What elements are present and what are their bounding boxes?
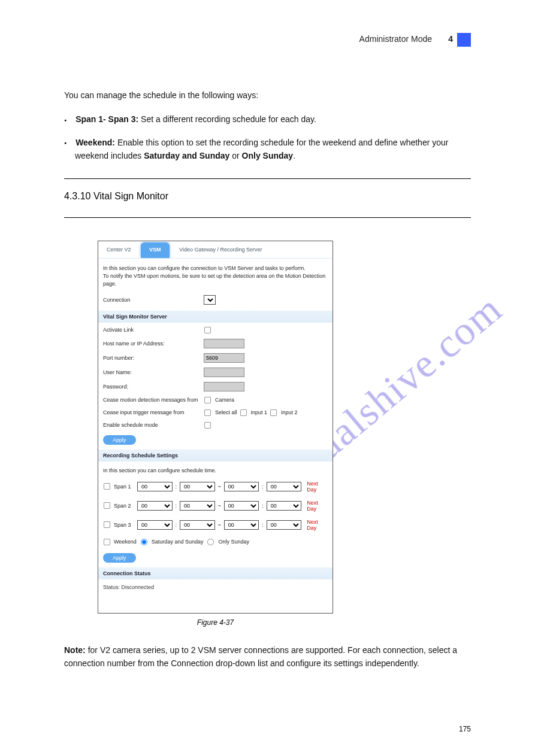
weekend-radio-only-sun[interactable]: [207, 539, 214, 545]
bullet-list: Span 1- Span 3: Set a different recordin…: [64, 113, 471, 162]
chapter-number: 4: [448, 34, 453, 44]
span2-row: Span 2 00 : 00 ~ 00 : 00 Next Day: [98, 496, 333, 515]
weekend-radio-sat-sun[interactable]: [141, 539, 147, 545]
cease-input-row: Cease input trigger message from Select …: [98, 406, 333, 419]
camera-label: Camera: [215, 397, 234, 403]
list-item-body: Enable this option to set the recording …: [75, 138, 448, 160]
host-input[interactable]: [204, 339, 244, 348]
page-number: 175: [459, 725, 471, 733]
username-label: User Name:: [103, 369, 204, 375]
weekend-row: Weekend Saturday and Sunday Only Sunday: [98, 535, 333, 549]
document-page: manualshive.com 4 Administrator Mode You…: [0, 0, 535, 756]
password-row: Password:: [98, 379, 333, 394]
section-heading: 4.3.10 Vital Sign Monitor: [64, 191, 471, 202]
port-input[interactable]: [204, 353, 244, 363]
enable-schedule-row: Enable schedule mode: [98, 419, 333, 432]
span1-hour-end[interactable]: 00: [224, 482, 259, 491]
input2-label: Input 2: [281, 409, 298, 415]
span3-checkbox[interactable]: [104, 521, 110, 528]
span3-label: Span 3: [114, 522, 131, 528]
tilde-sep: ~: [218, 503, 221, 509]
span3-hour-start[interactable]: 00: [137, 520, 173, 530]
weekend-checkbox[interactable]: [104, 539, 110, 545]
section-vsm-server: Vital Sign Monitor Server: [98, 311, 333, 323]
next-day-label: Next Day: [307, 500, 328, 512]
port-row: Port number:: [98, 351, 333, 365]
divider: [64, 178, 471, 179]
span2-min-end[interactable]: 00: [267, 501, 302, 511]
tab-strip: Center V2 VSM Video Gateway / Recording …: [98, 241, 333, 259]
span3-hour-end[interactable]: 00: [224, 520, 259, 530]
panel-intro-line: In this section you can configure the co…: [103, 265, 328, 272]
status-text: Status: Disconnected: [98, 581, 333, 591]
select-all-label: Select all: [215, 409, 237, 415]
password-label: Password:: [103, 384, 204, 390]
tab-vsm[interactable]: VSM: [141, 242, 170, 257]
weekend-label: Weekend: [114, 539, 137, 545]
username-input[interactable]: [204, 368, 244, 377]
list-item: Weekend: Enable this option to set the r…: [64, 136, 471, 163]
span2-label: Span 2: [114, 503, 131, 509]
camera-checkbox[interactable]: [204, 397, 211, 403]
span2-checkbox[interactable]: [104, 502, 110, 509]
span3-min-end[interactable]: 00: [267, 520, 302, 530]
note-label: Note:: [64, 645, 86, 655]
span3-min-start[interactable]: 00: [180, 520, 215, 530]
next-day-label: Next Day: [307, 519, 328, 531]
connection-label: Connection: [103, 297, 204, 303]
apply-button[interactable]: Apply: [103, 553, 136, 563]
note-paragraph: Note: for V2 camera series, up to 2 VSM …: [64, 643, 471, 670]
activate-link-row: Activate Link: [98, 324, 333, 336]
panel-intro-line: To notify the VSM upon motions, be sure …: [103, 272, 328, 288]
tab-center-v2[interactable]: Center V2: [98, 241, 140, 258]
chapter-color-block: [457, 33, 471, 47]
section-recording-schedule: Recording Schedule Settings: [98, 450, 333, 462]
activate-link-checkbox[interactable]: [204, 327, 211, 333]
span1-hour-start[interactable]: 00: [137, 482, 173, 491]
chapter-header: 4 Administrator Mode: [64, 30, 471, 53]
list-item-label: Span 1- Span 3:: [75, 114, 138, 124]
input2-checkbox[interactable]: [270, 409, 277, 416]
username-row: User Name:: [98, 365, 333, 379]
weekend-opt1-label: Saturday and Sunday: [152, 539, 204, 545]
span1-min-start[interactable]: 00: [180, 482, 215, 491]
span2-hour-start[interactable]: 00: [137, 501, 173, 511]
enable-schedule-label: Enable schedule mode: [103, 422, 204, 428]
schedule-subtext: In this section you can configure schedu…: [98, 463, 333, 477]
cease-input-label: Cease input trigger message from: [103, 409, 204, 415]
select-all-checkbox[interactable]: [204, 409, 211, 416]
activate-link-label: Activate Link: [103, 327, 204, 333]
password-input[interactable]: [204, 382, 244, 391]
tab-video-gateway[interactable]: Video Gateway / Recording Server: [171, 241, 270, 258]
vsm-settings-screenshot: Center V2 VSM Video Gateway / Recording …: [98, 241, 333, 614]
divider: [64, 217, 471, 218]
apply-button[interactable]: Apply: [103, 435, 136, 445]
colon-sep: :: [262, 484, 264, 490]
colon-sep: :: [262, 503, 264, 509]
figure-caption: Figure 4-37: [98, 618, 333, 627]
host-row: Host name or IP Address:: [98, 336, 333, 351]
tilde-sep: ~: [218, 522, 221, 528]
span2-min-start[interactable]: 00: [180, 501, 215, 511]
weekend-opt1[interactable]: Saturday and Sunday: [140, 538, 204, 546]
list-item: Span 1- Span 3: Set a different recordin…: [64, 113, 471, 126]
next-day-label: Next Day: [307, 481, 328, 493]
host-label: Host name or IP Address:: [103, 341, 204, 347]
colon-sep: :: [262, 522, 264, 528]
colon-sep: :: [176, 522, 177, 528]
span3-row: Span 3 00 : 00 ~ 00 : 00 Next Day: [98, 515, 333, 535]
tilde-sep: ~: [218, 484, 221, 490]
cease-motion-label: Cease motion detection messages from: [103, 397, 204, 403]
list-item-label: Weekend:: [75, 138, 115, 147]
input1-checkbox[interactable]: [240, 409, 247, 416]
connection-select[interactable]: 1: [204, 295, 216, 305]
span2-hour-end[interactable]: 00: [224, 501, 259, 511]
span1-min-end[interactable]: 00: [267, 482, 302, 491]
connection-row: Connection 1: [98, 293, 333, 307]
enable-schedule-checkbox[interactable]: [204, 422, 211, 429]
list-item-body: Set a different recording schedule for e…: [141, 114, 316, 124]
colon-sep: :: [176, 503, 177, 509]
span1-label: Span 1: [114, 484, 131, 490]
weekend-opt2[interactable]: Only Sunday: [207, 538, 249, 546]
span1-checkbox[interactable]: [104, 483, 110, 490]
